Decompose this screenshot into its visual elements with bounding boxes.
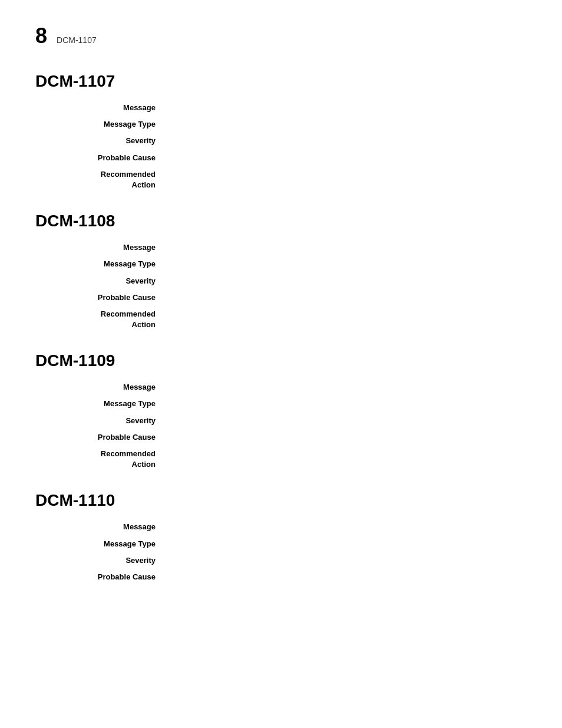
field-row-dcm-1107-3: Probable Cause (35, 153, 527, 163)
field-label-dcm-1108-1: Message Type (71, 259, 165, 269)
section-title-dcm-1107: DCM-1107 (35, 72, 527, 91)
field-label-dcm-1107-2: Severity (71, 136, 165, 146)
field-label-dcm-1110-0: Message (71, 522, 165, 532)
field-label-dcm-1108-4: RecommendedAction (71, 309, 165, 330)
field-value-dcm-1110-1 (165, 539, 527, 549)
field-value-dcm-1107-3 (165, 153, 527, 163)
field-value-dcm-1108-2 (165, 276, 527, 286)
field-value-dcm-1110-3 (165, 572, 527, 582)
field-label-dcm-1109-2: Severity (71, 416, 165, 426)
field-row-dcm-1110-0: Message (35, 522, 527, 532)
field-row-dcm-1108-1: Message Type (35, 259, 527, 269)
field-value-dcm-1107-0 (165, 103, 527, 113)
section-dcm-1110: DCM-1110MessageMessage TypeSeverityProba… (35, 491, 527, 582)
section-title-dcm-1109: DCM-1109 (35, 351, 527, 370)
field-value-dcm-1107-2 (165, 136, 527, 146)
field-value-dcm-1109-0 (165, 382, 527, 393)
field-value-dcm-1107-4 (165, 169, 527, 190)
field-value-dcm-1109-4 (165, 449, 527, 470)
field-value-dcm-1109-2 (165, 416, 527, 426)
section-dcm-1107: DCM-1107MessageMessage TypeSeverityProba… (35, 72, 527, 190)
field-value-dcm-1110-2 (165, 555, 527, 566)
field-label-dcm-1107-3: Probable Cause (71, 153, 165, 163)
field-label-dcm-1107-0: Message (71, 103, 165, 113)
field-row-dcm-1107-4: RecommendedAction (35, 169, 527, 190)
field-value-dcm-1107-1 (165, 119, 527, 130)
field-label-dcm-1109-0: Message (71, 382, 165, 393)
field-row-dcm-1108-0: Message (35, 242, 527, 253)
field-label-dcm-1109-1: Message Type (71, 398, 165, 409)
field-label-dcm-1108-2: Severity (71, 276, 165, 286)
field-value-dcm-1108-0 (165, 242, 527, 253)
field-label-dcm-1109-4: RecommendedAction (71, 449, 165, 470)
field-label-dcm-1109-3: Probable Cause (71, 432, 165, 443)
field-label-dcm-1110-2: Severity (71, 555, 165, 566)
field-label-dcm-1110-1: Message Type (71, 539, 165, 549)
field-label-dcm-1108-0: Message (71, 242, 165, 253)
field-row-dcm-1107-2: Severity (35, 136, 527, 146)
section-title-dcm-1110: DCM-1110 (35, 491, 527, 510)
page-header: 8 DCM-1107 (35, 24, 527, 48)
field-row-dcm-1109-2: Severity (35, 416, 527, 426)
section-title-dcm-1108: DCM-1108 (35, 212, 527, 230)
field-row-dcm-1109-0: Message (35, 382, 527, 393)
field-label-dcm-1107-4: RecommendedAction (71, 169, 165, 190)
field-label-dcm-1107-1: Message Type (71, 119, 165, 130)
field-value-dcm-1109-1 (165, 398, 527, 409)
field-value-dcm-1110-0 (165, 522, 527, 532)
field-row-dcm-1110-1: Message Type (35, 539, 527, 549)
field-value-dcm-1108-3 (165, 292, 527, 303)
page-number: 8 (35, 24, 47, 48)
field-row-dcm-1110-3: Probable Cause (35, 572, 527, 582)
field-value-dcm-1109-3 (165, 432, 527, 443)
field-value-dcm-1108-4 (165, 309, 527, 330)
field-row-dcm-1109-1: Message Type (35, 398, 527, 409)
field-row-dcm-1108-3: Probable Cause (35, 292, 527, 303)
field-row-dcm-1107-0: Message (35, 103, 527, 113)
field-row-dcm-1107-1: Message Type (35, 119, 527, 130)
field-row-dcm-1108-4: RecommendedAction (35, 309, 527, 330)
section-dcm-1109: DCM-1109MessageMessage TypeSeverityProba… (35, 351, 527, 470)
section-dcm-1108: DCM-1108MessageMessage TypeSeverityProba… (35, 212, 527, 330)
field-row-dcm-1109-3: Probable Cause (35, 432, 527, 443)
field-label-dcm-1110-3: Probable Cause (71, 572, 165, 582)
field-value-dcm-1108-1 (165, 259, 527, 269)
field-row-dcm-1108-2: Severity (35, 276, 527, 286)
field-row-dcm-1110-2: Severity (35, 555, 527, 566)
field-row-dcm-1109-4: RecommendedAction (35, 449, 527, 470)
page-doc-id: DCM-1107 (57, 35, 97, 45)
field-label-dcm-1108-3: Probable Cause (71, 292, 165, 303)
